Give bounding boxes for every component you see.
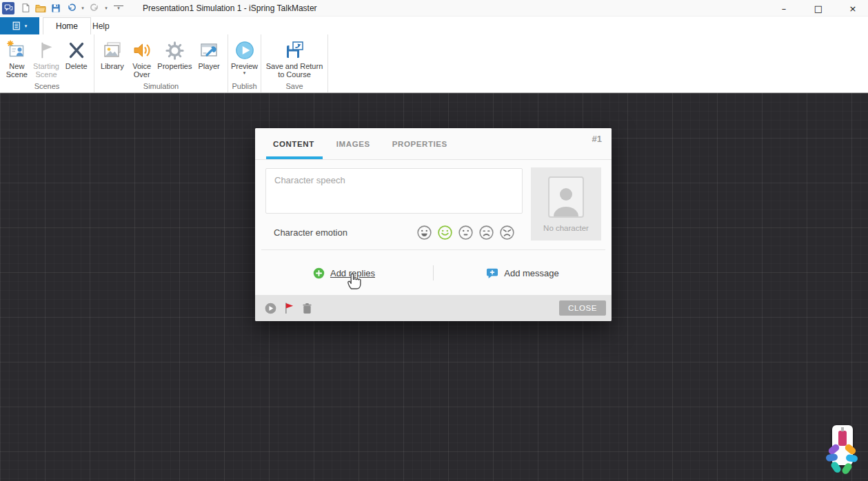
emotion-smiling-icon[interactable] (437, 225, 453, 240)
quick-access-toolbar: ▾ ▾ ▾ (19, 1, 123, 15)
scene-dialog-card: CONTENT IMAGES PROPERTIES #1 No characte… (255, 128, 612, 321)
character-emotion-row: Character emotion (274, 222, 515, 243)
emotion-faces (416, 225, 515, 240)
delete-icon (66, 39, 87, 62)
tab-help[interactable]: Help (80, 17, 122, 34)
undo-icon[interactable] (64, 1, 78, 15)
save-return-icon (283, 39, 305, 62)
add-replies-plus-icon (313, 267, 325, 279)
emotion-sad-icon[interactable] (478, 225, 494, 240)
app-icon (2, 2, 14, 14)
undo-caret-icon[interactable]: ▾ (79, 6, 86, 11)
dialog-tab-content[interactable]: CONTENT (273, 128, 314, 159)
character-placeholder-frame (548, 176, 584, 218)
character-emotion-label: Character emotion (274, 227, 347, 238)
redo-caret-icon[interactable]: ▾ (103, 6, 110, 11)
title-bar: ▾ ▾ ▾ Presentation1 Simulation 1 - iSpri… (0, 0, 868, 17)
window-controls: – □ × (777, 0, 864, 17)
dialog-footer: CLOSE (255, 295, 612, 321)
delete-scene-trash-icon[interactable] (302, 303, 312, 314)
player-button[interactable]: Player (193, 36, 225, 82)
dialog-tab-properties[interactable]: PROPERTIES (392, 128, 447, 159)
close-dialog-button[interactable]: CLOSE (559, 300, 606, 316)
add-message-button[interactable]: Add message (434, 267, 612, 279)
person-silhouette-icon (551, 183, 581, 216)
marker-icon (838, 431, 847, 446)
open-folder-icon[interactable] (34, 1, 48, 15)
add-replies-label: Add replies (330, 268, 375, 278)
ribbon: New Scene Starting Scene Delete (0, 34, 868, 93)
new-document-icon[interactable] (19, 1, 32, 15)
starting-scene-icon (36, 39, 57, 62)
ribbon-group-save: Save and Return to Course Save (261, 34, 328, 92)
properties-button[interactable]: Properties (157, 36, 194, 82)
no-character-label: No character (543, 224, 589, 232)
player-icon (198, 39, 220, 62)
voice-over-button[interactable]: Voice Over (128, 36, 157, 82)
add-message-label: Add message (504, 268, 559, 278)
group-label-simulation: Simulation (94, 82, 228, 92)
no-character-box[interactable]: No character (531, 167, 601, 240)
scenes-menu-button[interactable]: ▾ (0, 17, 39, 34)
group-label-save: Save (261, 82, 327, 92)
library-button[interactable]: Library (97, 36, 128, 82)
overlay-widget[interactable] (827, 425, 858, 476)
emotion-angry-icon[interactable] (499, 225, 515, 240)
customize-toolbar-icon[interactable]: ▾ (114, 6, 123, 10)
emotion-neutral-icon[interactable] (458, 225, 474, 240)
menu-caret-icon: ▾ (25, 23, 28, 29)
group-label-scenes: Scenes (0, 82, 94, 92)
new-scene-icon (6, 39, 28, 62)
voice-over-icon (131, 39, 153, 62)
ribbon-group-scenes: New Scene Starting Scene Delete (0, 34, 94, 92)
preview-button[interactable]: Preview ▾ (231, 36, 258, 82)
dialog-tab-images[interactable]: IMAGES (336, 128, 370, 159)
scene-canvas[interactable]: CONTENT IMAGES PROPERTIES #1 No characte… (0, 93, 868, 481)
save-return-button[interactable]: Save and Return to Course (264, 36, 325, 82)
group-label-publish: Publish (228, 82, 261, 92)
close-window-button[interactable]: × (846, 3, 860, 14)
scene-number: #1 (592, 134, 602, 144)
add-replies-button[interactable]: Add replies (255, 267, 433, 279)
character-speech-input[interactable] (265, 168, 523, 214)
emotion-laughing-icon[interactable] (416, 225, 432, 240)
dialog-body: No character Character emotion (255, 160, 612, 295)
save-icon[interactable] (49, 1, 63, 15)
dialog-header: CONTENT IMAGES PROPERTIES #1 (255, 128, 612, 160)
window-title: Presentation1 Simulation 1 - iSpring Tal… (143, 3, 317, 13)
preview-icon (234, 39, 255, 62)
properties-gear-icon (164, 39, 185, 62)
delete-button[interactable]: Delete (61, 36, 91, 82)
redo-icon[interactable] (88, 1, 101, 15)
ribbon-group-publish: Preview ▾ Publish (228, 34, 261, 92)
dialog-actions-row: Add replies Add message (255, 258, 612, 288)
preview-caret-icon: ▾ (243, 70, 246, 76)
dialog-divider (261, 249, 605, 250)
minimize-button[interactable]: – (777, 3, 791, 14)
ribbon-group-simulation: Library Voice Over (94, 34, 228, 92)
library-icon (101, 39, 123, 62)
starting-scene-flag-icon[interactable] (284, 302, 294, 314)
play-scene-icon[interactable] (265, 303, 276, 314)
maximize-button[interactable]: □ (811, 3, 825, 14)
ribbon-tab-row: ▾ Home Help (0, 17, 868, 34)
new-scene-button[interactable]: New Scene (3, 36, 31, 82)
starting-scene-button[interactable]: Starting Scene (31, 36, 62, 82)
add-message-bubble-icon (486, 267, 498, 279)
